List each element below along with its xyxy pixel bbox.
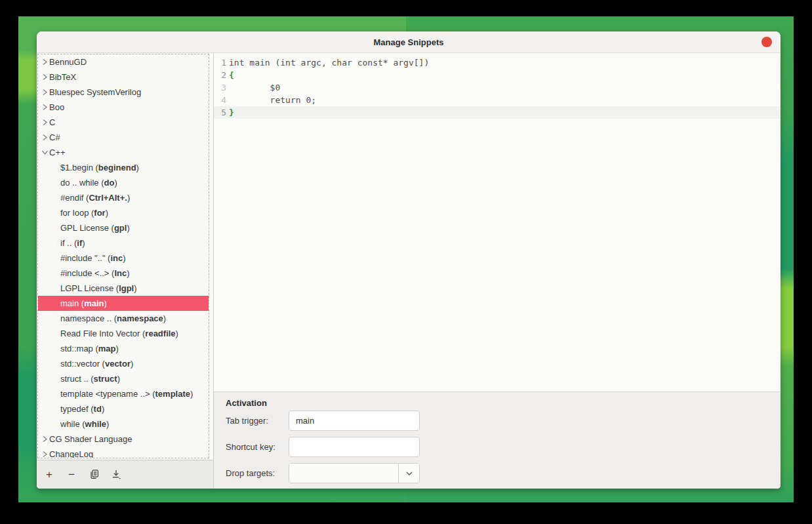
- snippet-item-do-while[interactable]: do .. while (do): [38, 175, 209, 190]
- snippet-item-lgpl-license[interactable]: LGPL License (lgpl): [38, 281, 209, 296]
- drop_targets-input[interactable]: [289, 464, 398, 483]
- snippet-name: #endif (: [60, 190, 89, 205]
- snippet-item-endif[interactable]: #endif (Ctrl+Alt+.): [38, 190, 209, 205]
- snippet-source-editor[interactable]: 1int main (int argc, char const* argv[])…: [214, 53, 781, 392]
- snippet-name-close: ): [106, 416, 109, 432]
- snippet-item-typedef[interactable]: typedef (td): [38, 401, 209, 416]
- snippet-tab-trigger-tag: Ctrl+Alt+.: [89, 190, 127, 205]
- expander-icon[interactable]: [40, 134, 49, 141]
- language-label: BibTeX: [49, 70, 76, 85]
- sidebar-item-bluespec-systemverilog[interactable]: Bluespec SystemVerilog: [38, 85, 209, 100]
- snippet-name-close: ): [134, 281, 136, 296]
- expander-icon[interactable]: [40, 435, 49, 443]
- sidebar-item-c[interactable]: C++: [38, 145, 209, 160]
- snippet-item-struct[interactable]: struct .. (struct): [38, 371, 209, 386]
- code-line: 1int main (int argc, char const* argv[]): [214, 56, 781, 69]
- snippet-item-std-map[interactable]: std::map (map): [38, 341, 209, 356]
- snippet-item-if[interactable]: if .. (if): [38, 235, 209, 251]
- sidebar-item-boo[interactable]: Boo: [38, 100, 209, 115]
- snippet-item-1-begin[interactable]: $1.begin (beginend): [38, 160, 209, 175]
- snippet-tab-trigger-tag: readfile: [145, 326, 175, 341]
- shortcut_key-label: Shortcut key:: [226, 442, 289, 452]
- line-number: 5: [214, 106, 229, 119]
- snippet-name: #include <..> (: [60, 266, 114, 281]
- snippet-tab-trigger-tag: do: [104, 175, 114, 190]
- expander-icon[interactable]: [40, 119, 49, 126]
- drop_targets-combobox: [289, 463, 420, 483]
- snippet-name: std::map (: [60, 341, 98, 356]
- language-label: ChangeLog: [49, 447, 93, 458]
- sidebar-item-bibtex[interactable]: BibTeX: [38, 70, 209, 85]
- snippet-name-close: ): [123, 251, 125, 266]
- snippet-tab-trigger-tag: inc: [110, 251, 123, 266]
- snippet-name: main (: [60, 296, 84, 311]
- language-label: C#: [49, 130, 60, 145]
- activation-section: Activation Tab trigger:Shortcut key:Drop…: [214, 392, 781, 489]
- snippet-item-gpl-license[interactable]: GPL License (gpl): [38, 220, 209, 235]
- drop_targets-label: Drop targets:: [226, 468, 289, 478]
- shortcut_key-input[interactable]: [289, 437, 420, 457]
- sidebar-item-bennugd[interactable]: BennuGD: [38, 54, 209, 70]
- add-icon: +: [46, 468, 52, 481]
- expander-icon[interactable]: [40, 89, 49, 96]
- snippet-tab-trigger-tag: map: [98, 341, 116, 356]
- line-number: 4: [214, 94, 229, 106]
- snippet-item-include[interactable]: #include ".." (inc): [38, 251, 209, 266]
- line-number: 3: [214, 81, 229, 94]
- remove-snippet-button[interactable]: −: [63, 466, 80, 483]
- snippet-item-while[interactable]: while (while): [38, 416, 209, 432]
- expander-icon[interactable]: [40, 451, 49, 458]
- snippet-name-close: ): [127, 190, 130, 205]
- snippet-item-std-vector[interactable]: std::vector (vector): [38, 356, 209, 371]
- expander-icon[interactable]: [40, 104, 49, 111]
- window-body: BennuGDBibTeXBluespec SystemVerilogBooCC…: [37, 53, 781, 489]
- snippet-name-close: ): [136, 160, 139, 175]
- snippet-list-toolbar: +−: [37, 460, 213, 489]
- line-number: 1: [214, 56, 229, 69]
- copy-snippet-button[interactable]: [85, 466, 102, 483]
- snippet-item-read-file-into-vector[interactable]: Read File Into Vector (readfile): [38, 326, 209, 341]
- code-line: 5}: [214, 106, 781, 119]
- expander-icon[interactable]: [40, 58, 49, 66]
- add-snippet-button[interactable]: +: [41, 466, 58, 483]
- snippet-item-include[interactable]: #include <..> (Inc): [38, 266, 209, 281]
- drop_targets-dropdown-button[interactable]: [398, 464, 419, 483]
- tab_trigger-input[interactable]: [289, 411, 420, 431]
- snippet-tab-trigger-tag: beginend: [98, 160, 136, 175]
- snippet-name: Read File Into Vector (: [60, 326, 145, 341]
- snippet-name: for loop (: [60, 205, 94, 220]
- snippet-tab-trigger-tag: td: [94, 401, 102, 416]
- sidebar-item-changelog[interactable]: ChangeLog: [38, 447, 209, 458]
- snippet-tab-trigger-tag: struct: [94, 371, 117, 386]
- snippet-name: $1.begin (: [60, 160, 98, 175]
- snippet-name: do .. while (: [60, 175, 104, 190]
- snippet-tab-trigger-tag: lgpl: [119, 281, 134, 296]
- manage-snippets-window: Manage Snippets BennuGDBibTeXBluespec Sy…: [37, 31, 781, 489]
- import-snippet-button[interactable]: [108, 466, 125, 483]
- snippet-name-close: ): [131, 356, 133, 371]
- close-button[interactable]: [761, 37, 772, 47]
- snippet-tab-trigger-tag: if: [77, 235, 82, 251]
- window-title: Manage Snippets: [374, 37, 444, 47]
- import-icon: [111, 469, 121, 480]
- snippet-item-namespace[interactable]: namespace .. (namespace): [38, 311, 209, 326]
- snippet-name: while (: [60, 416, 85, 432]
- titlebar[interactable]: Manage Snippets: [37, 31, 781, 53]
- sidebar-item-c[interactable]: C: [38, 115, 209, 130]
- snippet-item-main[interactable]: main (main): [38, 296, 209, 311]
- snippet-name-close: ): [102, 401, 104, 416]
- snippet-name: namespace .. (: [60, 311, 117, 326]
- snippet-name: GPL License (: [60, 220, 114, 235]
- snippet-item-template-typename[interactable]: template <typename ..> (template): [38, 386, 209, 401]
- code-line: 2{: [214, 69, 781, 81]
- expander-icon[interactable]: [40, 73, 49, 81]
- sidebar-item-cg-shader-language[interactable]: CG Shader Language: [38, 432, 209, 447]
- expander-icon[interactable]: [40, 149, 49, 156]
- snippet-name-close: ): [190, 386, 193, 401]
- snippet-item-for-loop[interactable]: for loop (for): [38, 205, 209, 220]
- snippet-tab-trigger-tag: Inc: [114, 266, 127, 281]
- sidebar-item-c[interactable]: C#: [38, 130, 209, 145]
- language-label: CG Shader Language: [49, 432, 132, 447]
- remove-icon: −: [68, 468, 75, 481]
- snippet-name: #include ".." (: [60, 251, 110, 266]
